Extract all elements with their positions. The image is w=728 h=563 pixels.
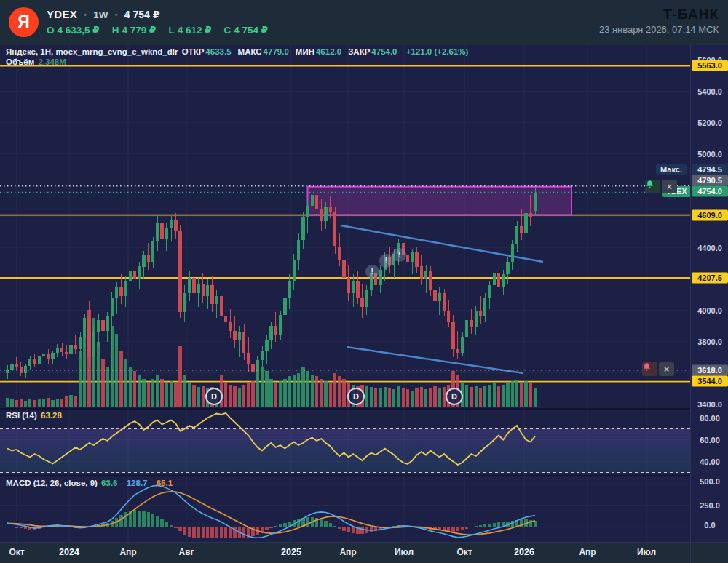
- bell-icon: [642, 362, 652, 372]
- bell-icon: [645, 180, 654, 189]
- price-axis-label: 3400.0: [691, 400, 728, 409]
- chart-canvas[interactable]: Яндекс, 1H, moex_mrng_evng_e_wknd_dlr ОТ…: [0, 45, 690, 542]
- time-axis[interactable]: Окт2024АпрАвг2025АпрИюлОкт2026АпрИюл: [0, 542, 728, 563]
- rsi-value: 63.28: [41, 411, 62, 420]
- price-axis-badge: 4794.5: [692, 164, 728, 175]
- macd-line-value: 128.7: [127, 479, 148, 487]
- max-price-chip: Макс.: [656, 164, 687, 175]
- time-axis-label: Окт: [9, 547, 24, 557]
- header: Я YDEX • 1W • 4 754 ₽ О4 633,5 ₽Н4 779 ₽…: [0, 0, 728, 45]
- ohlc-row: О4 633,5 ₽Н4 779 ₽L4 612 ₽С4 754 ₽: [47, 24, 268, 36]
- price-axis-badge: 4754.0: [692, 186, 728, 197]
- price-axis-badge: 4207.5: [692, 273, 728, 284]
- tbank-logo: Т-БАНК: [663, 7, 719, 23]
- alert-close-icon-red[interactable]: ×: [659, 362, 674, 376]
- macd-label: MACD (12, 26, close, 9): [6, 479, 98, 487]
- price-axis[interactable]: 5600.05400.05200.05000.04400.04000.03800…: [690, 45, 728, 542]
- time-axis-label: Апр: [119, 547, 136, 557]
- price-chart-svg[interactable]: [0, 45, 690, 542]
- series-title: Яндекс, 1H, moex_mrng_evng_e_wknd_dlr: [6, 47, 178, 56]
- dividend-marker[interactable]: D: [347, 388, 365, 405]
- price-axis-label: 500.0: [691, 477, 728, 486]
- info-event-marker[interactable]: !: [365, 265, 379, 279]
- price-axis-label: 0.0: [691, 521, 728, 530]
- legend-field-label: ОТКР: [182, 47, 205, 56]
- price-axis-badge: 3544.0: [692, 376, 728, 387]
- axis-corner: [690, 543, 728, 563]
- volume-label: Объём: [6, 57, 34, 66]
- main-legend: Яндекс, 1H, moex_mrng_evng_e_wknd_dlr ОТ…: [6, 47, 475, 56]
- time-axis-label: 2025: [281, 547, 301, 557]
- price-axis-label: 5000.0: [691, 150, 728, 159]
- ohlc-item: О4 633,5 ₽: [47, 24, 100, 36]
- instrument-title: YDEX • 1W • 4 754 ₽: [47, 8, 159, 20]
- legend-field-label: ЗАКР: [348, 47, 370, 56]
- separator-dot: •: [84, 10, 87, 20]
- rsi-legend: RSI (14) 63.28: [6, 411, 68, 420]
- price-axis-label: 4400.0: [691, 244, 728, 252]
- time-axis-label: Апр: [339, 547, 356, 557]
- time-axis-label: 2024: [59, 547, 79, 557]
- time-axis-label: Окт: [456, 547, 472, 557]
- info-event-marker[interactable]: !: [392, 248, 406, 262]
- legend-field-value: 4779.0: [264, 47, 289, 56]
- price-axis-label: 5200.0: [691, 119, 728, 127]
- price-axis-badge: 3618.0: [692, 365, 728, 376]
- dividend-marker[interactable]: D: [205, 388, 223, 405]
- time-axis-label: Июл: [395, 547, 414, 557]
- separator-dot: •: [115, 10, 118, 20]
- alert-close-icon[interactable]: ×: [662, 180, 677, 193]
- last-price: 4 754 ₽: [124, 9, 160, 20]
- price-axis-badge: 4609.0: [692, 210, 728, 221]
- volume-legend: Объём 2.348M: [6, 57, 73, 66]
- dividend-marker[interactable]: D: [446, 388, 463, 405]
- price-axis-label: 80.00: [691, 414, 728, 423]
- time-axis-label: 2026: [514, 547, 534, 557]
- legend-field-value: 4612.0: [316, 47, 341, 56]
- yandex-logo-icon: Я: [9, 7, 39, 37]
- ohlc-legend-fields: ОТКР4633.5МАКС4779.0МИН4612.0ЗАКР4754.0: [182, 47, 404, 56]
- rsi-label: RSI (14): [6, 411, 37, 420]
- legend-field-label: МИН: [296, 47, 314, 56]
- macd-legend: MACD (12, 26, close, 9) 63.6 128.7 65.1: [6, 479, 179, 487]
- price-axis-label: 3800.0: [691, 338, 728, 346]
- macd-signal-value: 65.1: [157, 479, 173, 487]
- timeframe-label[interactable]: 1W: [93, 9, 108, 20]
- change-value: +121.0 (+2.61%): [406, 47, 469, 56]
- time-axis-label: Апр: [579, 547, 596, 557]
- price-axis-label: 4000.0: [691, 306, 728, 315]
- header-datetime: 23 января 2026, 07:14 МСК: [599, 24, 719, 35]
- alert-bell-icon-red[interactable]: [642, 362, 657, 376]
- price-axis-label: 40.00: [691, 458, 728, 466]
- macd-hist-value: 63.6: [101, 479, 117, 487]
- info-event-marker[interactable]: !: [379, 254, 393, 268]
- ohlc-item: L4 612 ₽: [168, 24, 211, 36]
- ohlc-item: С4 754 ₽: [224, 24, 269, 36]
- time-axis-label: Авг: [178, 547, 194, 557]
- symbol-name: YDEX: [47, 8, 77, 20]
- legend-field-value: 4633.5: [205, 47, 231, 56]
- legend-field-label: МАКС: [238, 47, 262, 56]
- legend-field-value: 4754.0: [371, 47, 397, 56]
- alert-bell-icon[interactable]: [645, 180, 660, 193]
- price-axis-badge: 5563.0: [692, 60, 728, 71]
- time-axis-label: Июл: [637, 547, 656, 557]
- price-axis-label: 60.00: [691, 436, 728, 444]
- price-axis-label: 250.0: [691, 501, 728, 510]
- price-axis-badge: 4790.5: [692, 175, 728, 186]
- ohlc-item: Н4 779 ₽: [112, 24, 157, 36]
- price-axis-label: 5400.0: [691, 87, 728, 96]
- volume-value: 2.348M: [38, 57, 66, 66]
